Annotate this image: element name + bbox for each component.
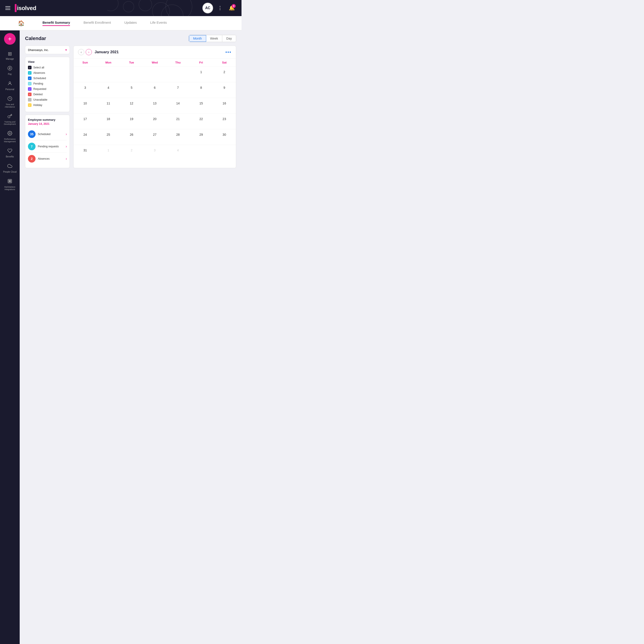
filter-absences[interactable]: ✓ Absences — [28, 71, 67, 75]
view-month-button[interactable]: Month — [189, 35, 206, 42]
cal-cell-11[interactable]: 11 — [97, 98, 120, 113]
tab-updates[interactable]: Updates — [124, 21, 137, 26]
svg-point-3 — [9, 133, 11, 134]
cal-cell-22[interactable]: 22 — [190, 113, 213, 129]
cal-cell-12[interactable]: 12 — [120, 98, 143, 113]
cal-cell-6[interactable]: 6 — [143, 82, 166, 98]
cal-cell-18[interactable]: 18 — [97, 113, 120, 129]
checkbox-holiday: ✓ — [28, 103, 32, 107]
cal-cell-3[interactable]: 3 — [74, 82, 97, 98]
left-panel: Dhanoasys, Inc. ▾ View ✓ Select all ✓ Ab… — [25, 46, 70, 168]
cal-cell-28[interactable]: 28 — [166, 129, 190, 145]
cal-cell-9[interactable]: 9 — [213, 82, 236, 98]
personal-icon — [7, 81, 12, 87]
filter-requested[interactable]: ✓ Requested — [28, 87, 67, 91]
sidebar-item-time-attendance[interactable]: Time and Attendance — [0, 93, 20, 111]
tab-life-events[interactable]: Life Events — [150, 21, 167, 26]
cal-cell-17[interactable]: 17 — [74, 113, 97, 129]
cal-cell-24[interactable]: 24 — [74, 129, 97, 145]
cal-cell-next-1[interactable]: 1 — [97, 145, 120, 160]
filter-pending[interactable]: ✓ Pending — [28, 82, 67, 85]
key-icon — [7, 114, 12, 120]
cal-cell-5[interactable]: 5 — [120, 82, 143, 98]
home-button[interactable]: 🏠 — [18, 20, 25, 26]
cal-cell-21[interactable]: 21 — [166, 113, 190, 129]
view-day-button[interactable]: Day — [222, 35, 236, 42]
cal-cell-blank-end-1[interactable] — [190, 145, 213, 160]
calendar-more-options[interactable]: ••• — [225, 50, 231, 55]
view-week-button[interactable]: Week — [206, 35, 222, 42]
sidebar-item-training[interactable]: Training and Development — [0, 111, 20, 128]
cal-cell-blank-end-2[interactable] — [213, 145, 236, 160]
cal-cell-next-3[interactable]: 3 — [143, 145, 166, 160]
sidebar-item-pay[interactable]: Pay — [0, 63, 20, 78]
calendar-prev-button[interactable]: ‹ — [78, 49, 84, 55]
day-header-sat: Sat — [213, 59, 236, 66]
cal-cell-1[interactable]: 1 — [190, 66, 213, 82]
summary-row-pending[interactable]: 7 Pending requests › — [28, 140, 67, 153]
filter-unavailable[interactable]: Unavailable — [28, 98, 67, 102]
sidebar-label-marketplace: Marketplace Integrations — [1, 186, 18, 191]
sidebar-label-people-cloud: People Cloud — [3, 171, 17, 173]
cal-cell-blank-1[interactable] — [74, 66, 97, 82]
more-options-button[interactable]: ⋮ — [218, 5, 223, 11]
cal-cell-8[interactable]: 8 — [190, 82, 213, 98]
checkbox-select-all: ✓ — [28, 66, 32, 69]
sidebar-item-manage[interactable]: ⊞ Manage — [0, 48, 20, 63]
filter-holiday[interactable]: ✓ Holiday — [28, 103, 67, 107]
main-layout: + ⊞ Manage Pay Personal — [0, 30, 241, 644]
employee-summary-title: Employee summary — [28, 118, 67, 121]
cal-cell-14[interactable]: 14 — [166, 98, 190, 113]
add-button[interactable]: + — [4, 33, 16, 45]
filter-select-all[interactable]: ✓ Select all — [28, 66, 67, 69]
cal-cell-10[interactable]: 10 — [74, 98, 97, 113]
cal-cell-7[interactable]: 7 — [166, 82, 190, 98]
cal-cell-30[interactable]: 30 — [213, 129, 236, 145]
tab-benefit-summary[interactable]: Benefit Summary — [42, 21, 70, 26]
sidebar-label-training: Training and Development — [1, 121, 18, 126]
checkbox-deleted: ✓ — [28, 93, 32, 96]
cal-cell-20[interactable]: 20 — [143, 113, 166, 129]
sidebar-item-performance[interactable]: Performance Management — [0, 128, 20, 146]
company-dropdown[interactable]: Dhanoasys, Inc. ▾ — [25, 46, 70, 54]
notification-button[interactable]: 🔔 8 — [227, 4, 236, 13]
scheduled-label: Scheduled — [38, 133, 64, 136]
notification-badge: 8 — [232, 4, 236, 8]
cal-cell-blank-4[interactable] — [143, 66, 166, 82]
cal-cell-23[interactable]: 23 — [213, 113, 236, 129]
cal-cell-blank-2[interactable] — [97, 66, 120, 82]
user-avatar[interactable]: AC — [202, 3, 213, 13]
filter-deleted[interactable]: ✓ Deleted — [28, 93, 67, 96]
checkbox-unavailable — [28, 98, 32, 102]
day-header-mon: Mon — [97, 59, 120, 66]
sidebar-item-marketplace[interactable]: Marketplace Integrations — [0, 176, 20, 193]
sidebar-item-benefits[interactable]: Benefits — [0, 146, 20, 161]
tab-benefit-enrollment[interactable]: Benefit Enrollment — [83, 21, 111, 26]
cal-cell-13[interactable]: 13 — [143, 98, 166, 113]
cal-cell-4[interactable]: 4 — [97, 82, 120, 98]
cal-cell-next-2[interactable]: 2 — [120, 145, 143, 160]
cal-cell-15[interactable]: 15 — [190, 98, 213, 113]
cal-cell-next-4[interactable]: 4 — [166, 145, 190, 160]
summary-row-scheduled[interactable]: 35 Scheduled › — [28, 128, 67, 140]
cal-cell-29[interactable]: 29 — [190, 129, 213, 145]
cal-cell-blank-5[interactable] — [166, 66, 190, 82]
cal-cell-25[interactable]: 25 — [97, 129, 120, 145]
sidebar-item-personal[interactable]: Personal — [0, 78, 20, 93]
sidebar-item-people-cloud[interactable]: People Cloud — [0, 161, 20, 176]
calendar-next-button[interactable]: › — [86, 49, 92, 55]
company-dropdown-value: Dhanoasys, Inc. — [28, 48, 49, 52]
cal-cell-26[interactable]: 26 — [120, 129, 143, 145]
benefits-icon — [7, 148, 12, 155]
cal-cell-16[interactable]: 16 — [213, 98, 236, 113]
cal-cell-blank-3[interactable] — [120, 66, 143, 82]
filter-scheduled[interactable]: ✓ Scheduled — [28, 76, 67, 80]
cal-cell-27[interactable]: 27 — [143, 129, 166, 145]
day-header-wed: Wed — [143, 59, 166, 66]
cal-cell-31[interactable]: 31 — [74, 145, 97, 160]
cal-cell-2[interactable]: 2 — [213, 66, 236, 82]
hamburger-menu[interactable] — [5, 6, 10, 10]
sidebar: + ⊞ Manage Pay Personal — [0, 30, 20, 644]
summary-row-absences[interactable]: 2 Absences › — [28, 153, 67, 165]
cal-cell-19[interactable]: 19 — [120, 113, 143, 129]
